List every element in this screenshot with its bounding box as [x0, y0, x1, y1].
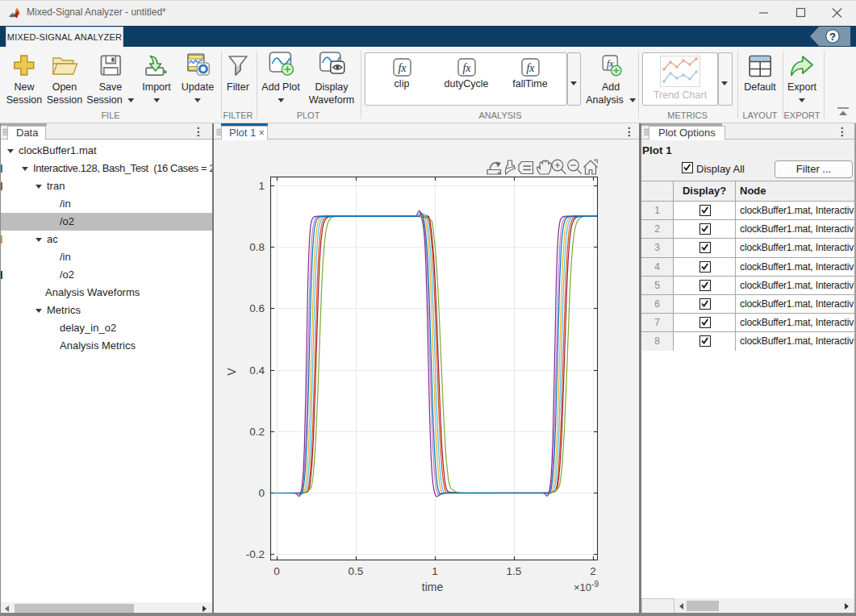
svg-text:time: time [422, 581, 444, 593]
svg-text:0.6: 0.6 [249, 302, 265, 314]
svg-text:V: V [225, 368, 238, 376]
svg-text:fx: fx [526, 62, 535, 74]
svg-text:0.2: 0.2 [249, 426, 265, 438]
svg-text:0.4: 0.4 [249, 364, 265, 377]
svg-text:0: 0 [258, 487, 265, 499]
svg-text:1.5: 1.5 [507, 565, 522, 577]
svg-text:1: 1 [432, 565, 438, 577]
svg-text:0: 0 [274, 565, 280, 577]
svg-text:2: 2 [590, 565, 596, 577]
svg-text:1: 1 [258, 180, 265, 192]
svg-text:-0.2: -0.2 [246, 548, 265, 560]
svg-text:0.5: 0.5 [349, 565, 364, 577]
svg-text:×10-9: ×10-9 [574, 580, 599, 593]
svg-text:fx: fx [398, 62, 407, 74]
svg-text:?: ? [829, 31, 836, 43]
svg-text:fx: fx [462, 62, 471, 74]
svg-text:0.8: 0.8 [249, 241, 265, 253]
